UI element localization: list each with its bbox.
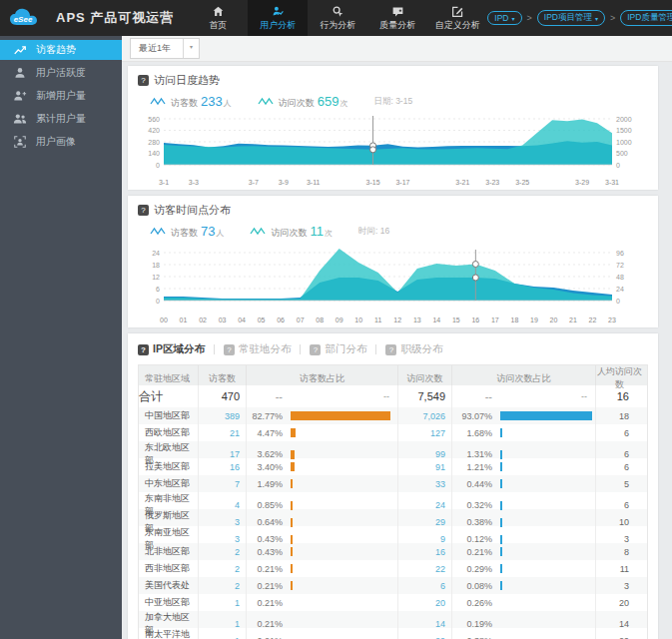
table-row: 东南非地区部40.85%240.32%6 — [139, 492, 647, 509]
visitors-bar-cell — [287, 560, 398, 577]
svg-text:13: 13 — [413, 317, 421, 323]
svg-text:0: 0 — [616, 298, 620, 305]
visits-bar-cell — [496, 577, 596, 594]
visits-count[interactable]: 6 — [398, 577, 452, 594]
region-name: 拉美地区部 — [139, 458, 199, 475]
time-range-select[interactable]: 最近1年 ▾ — [130, 38, 200, 59]
visitors-pct: 3.62% — [247, 449, 287, 459]
sidebar-item-user-portrait[interactable]: 用户画像 — [0, 132, 122, 152]
visitors-count[interactable]: 16 — [199, 458, 247, 475]
tab-rank[interactable]: ?职级分布 — [385, 342, 442, 356]
help-icon[interactable]: ? — [138, 205, 149, 216]
visits-count[interactable]: 22 — [398, 560, 452, 577]
daily-trend-chart[interactable]: 001405002801000420150056020003-13-33-73-… — [138, 113, 642, 187]
svg-text:3-17: 3-17 — [395, 179, 409, 186]
svg-text:0: 0 — [616, 162, 620, 169]
svg-text:280: 280 — [148, 139, 160, 146]
visits-bar-cell — [496, 543, 596, 560]
visitors-pct: 0.43% — [247, 547, 287, 557]
sidebar-item-new-users[interactable]: 新增用户量 — [0, 86, 122, 106]
svg-text:420: 420 — [148, 127, 160, 134]
visits-count[interactable]: 127 — [398, 424, 452, 441]
visitors-count[interactable]: 1 — [199, 628, 247, 639]
visitors-count[interactable]: 2 — [199, 560, 247, 577]
hourly-distribution-chart[interactable]: 0062412481872249600010203040506070809101… — [138, 243, 642, 324]
table-total-row: 合计 470 -- -- 7,549 -- -- 16 — [139, 385, 647, 407]
svg-text:06: 06 — [277, 317, 285, 323]
nav-item-home[interactable]: 首页 — [188, 0, 248, 36]
nav-item-behavior-analysis[interactable]: 行为分析 — [308, 0, 367, 36]
tab-separator — [375, 344, 376, 354]
visitors-count[interactable]: 389 — [199, 407, 247, 424]
behavior-analysis-icon — [332, 5, 344, 18]
visits-count[interactable]: 29 — [398, 628, 452, 639]
region-name: 中国地区部 — [139, 407, 199, 424]
visits-bar-cell — [496, 475, 596, 492]
breadcrumb-separator: > — [527, 13, 532, 23]
svg-text:3-1: 3-1 — [159, 179, 169, 186]
crosshair-time-label: 时间: 16 — [358, 226, 389, 238]
breadcrumb-ipd-project[interactable]: IPD项目管理▾ — [537, 10, 605, 26]
per-capita-visits: 6 — [596, 462, 643, 472]
visits-count[interactable]: 91 — [398, 458, 452, 475]
region-name: 美国代表处 — [139, 577, 199, 594]
visitors-pct: 0.21% — [247, 598, 287, 608]
visits-count[interactable]: 7,026 — [398, 407, 452, 424]
visits-count[interactable]: 20 — [398, 594, 452, 611]
help-icon[interactable]: ? — [138, 75, 149, 86]
visitors-pct: 82.77% — [247, 411, 287, 421]
visitors-bar-cell — [287, 594, 398, 611]
chevron-down-icon: ▾ — [595, 15, 598, 22]
svg-text:140: 140 — [148, 150, 160, 157]
visits-pct: 1.21% — [452, 462, 496, 472]
visitors-count[interactable]: 2 — [199, 577, 247, 594]
visits-bar — [500, 564, 502, 573]
svg-text:3-15: 3-15 — [366, 179, 380, 186]
svg-text:1000: 1000 — [616, 139, 632, 146]
blue-zigzag-icon — [150, 97, 166, 106]
breadcrumb-ipd[interactable]: IPD▾ — [487, 11, 521, 25]
visitors-pct: 1.49% — [247, 479, 287, 489]
svg-text:12: 12 — [393, 317, 401, 323]
table-row: 中东地区部71.49%330.44%5 — [139, 475, 647, 492]
visits-count[interactable]: 16 — [398, 543, 452, 560]
svg-text:15: 15 — [452, 317, 460, 323]
visitors-count[interactable]: 7 — [199, 475, 247, 492]
region-name: 北非地区部 — [139, 543, 199, 560]
visits-bar-cell — [496, 458, 596, 475]
visits-pct: 0.19% — [452, 619, 496, 629]
region-name: 西欧地区部 — [139, 424, 199, 441]
nav-item-quality-analysis[interactable]: 质量分析 — [367, 0, 427, 36]
breadcrumb-ipd-quality[interactable]: IPD质量管理▾× — [620, 10, 672, 26]
visits-count[interactable]: 33 — [398, 475, 452, 492]
trend-icon — [13, 43, 27, 57]
per-capita-visits: 6 — [596, 500, 643, 510]
visitors-count[interactable]: 21 — [199, 424, 247, 441]
per-capita-visits: 14 — [596, 619, 643, 629]
svg-text:1500: 1500 — [616, 127, 632, 134]
tab-department[interactable]: ?部门分布 — [310, 342, 366, 356]
sidebar-item-user-activity[interactable]: 用户活跃度 — [0, 63, 122, 83]
svg-text:05: 05 — [258, 317, 266, 323]
chevron-down-icon[interactable]: ▾ — [184, 39, 199, 58]
visitors-bar — [291, 547, 293, 556]
visitors-bar-cell — [287, 407, 398, 424]
tab-residence[interactable]: ?常驻地分布 — [224, 342, 292, 356]
visits-pct: 0.38% — [452, 517, 496, 527]
svg-text:3-31: 3-31 — [605, 179, 619, 186]
table-row: 北非地区部20.43%160.21%8 — [139, 543, 647, 560]
svg-text:01: 01 — [180, 317, 188, 323]
per-capita-visits: 18 — [596, 411, 643, 421]
visits-bar — [500, 547, 502, 556]
region-table: 常驻地区域 访客数 访客数占比 访问次数 访问次数占比 人均访问次数 合计 47… — [138, 364, 648, 639]
visitors-count[interactable]: 2 — [199, 543, 247, 560]
svg-text:24: 24 — [616, 286, 624, 293]
sidebar-item-visitor-trend[interactable]: 访客趋势 — [0, 40, 122, 60]
nav-item-user-analysis[interactable]: 用户分析 — [248, 0, 308, 36]
svg-text:23: 23 — [608, 317, 616, 323]
nav-item-custom-analysis[interactable]: 自定义分析 — [427, 0, 487, 36]
visitors-count[interactable]: 1 — [199, 594, 247, 611]
sidebar-item-total-users[interactable]: 累计用户量 — [0, 109, 122, 129]
tab-separator — [214, 344, 215, 354]
tab-ip-region[interactable]: ?IP区域分布 — [138, 342, 205, 356]
